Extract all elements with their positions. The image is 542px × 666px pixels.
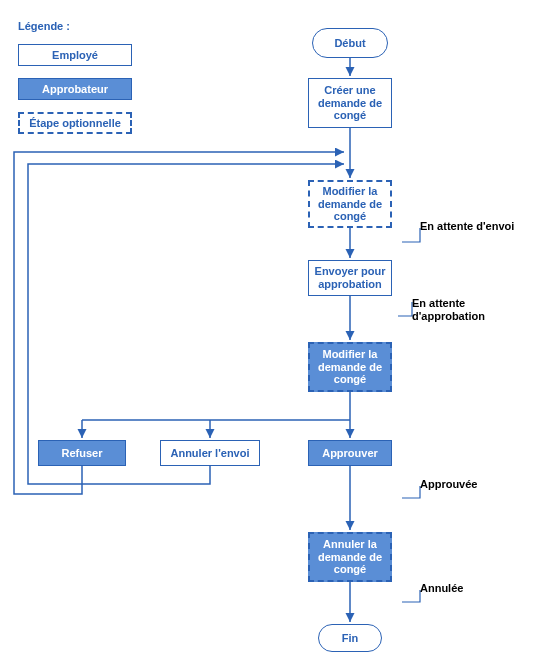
node-cancel-request: Annuler la demande de congé (308, 532, 392, 582)
legend-optional: Étape optionnelle (18, 112, 132, 134)
status-wait-send: En attente d'envoi (420, 220, 514, 233)
node-approve: Approuver (308, 440, 392, 466)
node-cancel-send: Annuler l'envoi (160, 440, 260, 466)
status-approved: Approuvée (420, 478, 477, 491)
flowchart-canvas: { "colors": { "line": "#2b62b5", "approv… (0, 0, 542, 666)
node-end: Fin (318, 624, 382, 652)
node-create-request: Créer une demande de congé (308, 78, 392, 128)
status-cancelled: Annulée (420, 582, 463, 595)
node-start: Début (312, 28, 388, 58)
node-send-for-approval: Envoyer pour approbation (308, 260, 392, 296)
node-modify-request-approver: Modifier la demande de congé (308, 342, 392, 392)
legend-employee: Employé (18, 44, 132, 66)
status-wait-approve: En attente d'approbation (412, 297, 502, 323)
legend-approver: Approbateur (18, 78, 132, 100)
node-modify-request-employee: Modifier la demande de congé (308, 180, 392, 228)
legend-title: Légende : (18, 20, 70, 32)
node-refuse: Refuser (38, 440, 126, 466)
